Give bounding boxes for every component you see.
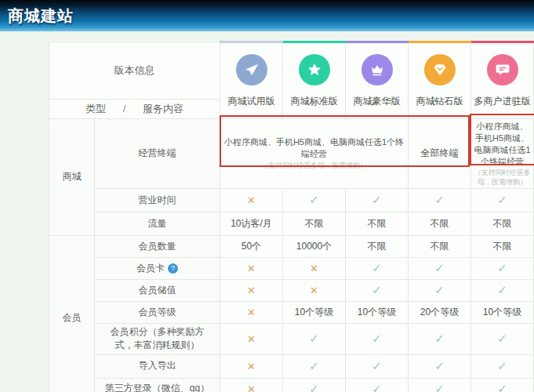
plan-header-standard: 商城标准版 bbox=[283, 42, 346, 119]
cell: ✓ bbox=[346, 279, 409, 301]
cell: ✓ bbox=[409, 323, 471, 354]
row-label: 导入导出 bbox=[95, 354, 220, 378]
paper-plane-icon bbox=[236, 54, 267, 85]
cell: ✓ bbox=[471, 188, 534, 212]
cell: ✓ bbox=[283, 188, 346, 212]
cell: ✓ bbox=[471, 257, 534, 279]
cell: 不限 bbox=[409, 212, 471, 235]
cell: ✕ bbox=[220, 279, 283, 301]
terminal-merged-cell: 小程序商城、手机H5商城、电脑商城任选1个终端经营 （支持同时经营多端，按需增购… bbox=[220, 119, 409, 189]
cell: 不限 bbox=[346, 212, 409, 235]
cell: ✓ bbox=[409, 378, 471, 392]
plan-header-trial: 商城试用版 bbox=[220, 42, 283, 119]
help-icon[interactable]: ? bbox=[168, 263, 178, 274]
cell: ✕ bbox=[220, 354, 283, 378]
cell: ✓ bbox=[346, 323, 409, 354]
terminal-diamond-cell: 全部终端 bbox=[409, 119, 471, 189]
cell: 20个等级 bbox=[409, 301, 471, 323]
cell: ✕ bbox=[220, 257, 283, 279]
cell: ✓ bbox=[471, 279, 534, 301]
cell: 不限 bbox=[346, 235, 409, 257]
diamond-icon bbox=[424, 54, 456, 85]
cell: 不限 bbox=[409, 235, 471, 257]
row-label: 会员等级 bbox=[95, 301, 220, 323]
cell: ✓ bbox=[409, 279, 471, 301]
terminal-main-text: 小程序商城、手机H5商城、电脑商城任选1个终端经营 bbox=[223, 136, 405, 160]
table-row-terminal: 商城 经营终端 小程序商城、手机H5商城、电脑商城任选1个终端经营 （支持同时经… bbox=[49, 119, 534, 189]
star-icon bbox=[299, 54, 330, 85]
row-label: 会员储值 bbox=[95, 279, 220, 301]
cell: ✕ bbox=[220, 323, 283, 354]
cell: ✕ bbox=[283, 279, 346, 301]
cell: 50个 bbox=[220, 235, 283, 257]
terminal-sub-text: （支持同时经营多端，按需增购） bbox=[474, 169, 531, 187]
row-label: 会员数量 bbox=[95, 235, 220, 257]
cell: 10访客/月 bbox=[220, 212, 283, 235]
cell: ✓ bbox=[409, 257, 471, 279]
plan-name: 多商户进驻版 bbox=[474, 95, 531, 108]
cell: ✓ bbox=[346, 257, 409, 279]
page-title: 商城建站 bbox=[8, 5, 74, 27]
cell: ✕ bbox=[220, 301, 283, 323]
table-row: 导入导出 ✕ ✓ ✓ ✓ ✓ bbox=[49, 354, 534, 378]
page-header: 商城建站 bbox=[0, 0, 534, 31]
service-label: 服务内容 bbox=[143, 103, 183, 114]
type-service-separator: / bbox=[123, 103, 126, 114]
table-row: 会员 会员数量 50个 10000个 不限 不限 不限 bbox=[49, 235, 534, 257]
cell: ✓ bbox=[409, 354, 471, 378]
cell: ✓ bbox=[471, 323, 534, 354]
cell: ✕ bbox=[220, 378, 283, 392]
cell: ✓ bbox=[471, 378, 534, 392]
table-row: 第三方登录（微信、qq） ✕ ✓ ✓ ✓ ✓ bbox=[49, 378, 534, 392]
table-row: 会员等级 ✕ 10个等级 10个等级 20个等级 10个等级 bbox=[49, 301, 534, 323]
cell: ✓ bbox=[346, 188, 409, 212]
plan-name: 商城标准版 bbox=[285, 95, 343, 108]
plan-header-diamond: 商城钻石版 bbox=[409, 42, 471, 119]
row-label: 会员积分（多种奖励方式，丰富消耗规则） bbox=[95, 323, 220, 354]
type-service-header: 类型 / 服务内容 bbox=[49, 100, 220, 119]
chat-bubble-icon bbox=[487, 54, 518, 85]
table-row: 会员卡? ✕ ✕ ✓ ✓ ✓ bbox=[49, 257, 534, 279]
cell: ✓ bbox=[409, 188, 471, 212]
type-label: 类型 bbox=[85, 103, 106, 114]
cell: ✓ bbox=[346, 354, 409, 378]
plan-header-deluxe: 商城豪华版 bbox=[346, 42, 409, 119]
cell: ✕ bbox=[220, 188, 283, 212]
terminal-multi-cell: 小程序商城、手机H5商城、电脑商城任选1个终端经营 （支持同时经营多端，按需增购… bbox=[471, 119, 534, 189]
row-label: 流量 bbox=[95, 212, 220, 235]
cell: 不限 bbox=[471, 235, 534, 257]
header-row-version: 版本信息 商城试用版 商城标准版 商城 bbox=[49, 42, 534, 100]
table-row: 会员储值 ✕ ✕ ✓ ✓ ✓ bbox=[49, 279, 534, 301]
cell: 10个等级 bbox=[346, 301, 409, 323]
cell: ✓ bbox=[283, 378, 346, 392]
row-label: 营业时间 bbox=[95, 188, 220, 212]
cell: ✕ bbox=[283, 257, 346, 279]
cell: 不限 bbox=[283, 212, 346, 235]
category-member: 会员 bbox=[49, 235, 95, 392]
terminal-main-text: 小程序商城、手机H5商城、电脑商城任选1个终端经营 bbox=[474, 121, 531, 167]
plan-header-multimerchant: 多商户进驻版 bbox=[471, 42, 534, 119]
row-label-membercard: 会员卡? bbox=[95, 257, 220, 279]
plan-name: 商城豪华版 bbox=[348, 95, 405, 108]
category-mall: 商城 bbox=[49, 119, 95, 236]
cell: ✓ bbox=[346, 378, 409, 392]
table-row: 会员积分（多种奖励方式，丰富消耗规则） ✕ ✓ ✓ ✓ ✓ bbox=[49, 323, 534, 354]
pricing-table: 版本信息 商城试用版 商城标准版 商城 bbox=[49, 41, 533, 392]
cell: ✓ bbox=[283, 354, 346, 378]
plan-name: 商城试用版 bbox=[223, 95, 280, 108]
cell: 10000个 bbox=[283, 235, 346, 257]
table-row: 营业时间 ✕ ✓ ✓ ✓ ✓ bbox=[49, 188, 534, 212]
cell: ✓ bbox=[283, 323, 346, 354]
row-label: 会员卡 bbox=[136, 263, 165, 274]
version-info-label: 版本信息 bbox=[49, 42, 220, 100]
terminal-sub-text: （支持同时经营多端，按需增购） bbox=[223, 162, 405, 170]
row-label: 第三方登录（微信、qq） bbox=[95, 378, 220, 392]
cell: 不限 bbox=[471, 212, 534, 235]
crown-icon bbox=[361, 54, 393, 85]
plan-name: 商城钻石版 bbox=[411, 95, 468, 108]
page: 商城建站 版本信息 商城试用版 bbox=[0, 0, 534, 392]
cell: ✓ bbox=[471, 354, 534, 378]
cell: 10个等级 bbox=[283, 301, 346, 323]
row-label: 经营终端 bbox=[95, 119, 220, 189]
cell: 10个等级 bbox=[471, 301, 534, 323]
